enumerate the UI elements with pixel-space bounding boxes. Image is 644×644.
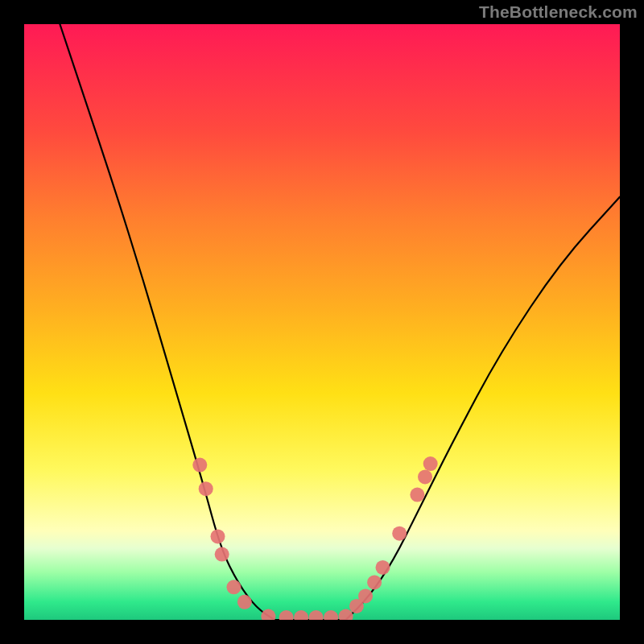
marker-point — [192, 458, 207, 473]
marker-point — [211, 529, 225, 543]
marker-point — [375, 560, 390, 575]
chart-frame: TheBottleneck.com — [0, 0, 644, 644]
marker-point — [237, 595, 252, 609]
marker-group — [192, 456, 437, 620]
marker-point — [423, 456, 438, 471]
chart-svg — [24, 24, 620, 620]
marker-point — [261, 609, 275, 620]
marker-point — [418, 469, 432, 484]
marker-point — [358, 588, 373, 603]
watermark-label: TheBottleneck.com — [479, 2, 638, 22]
marker-point — [226, 580, 241, 594]
marker-point — [215, 547, 229, 562]
bottleneck-curve — [60, 24, 620, 620]
marker-point — [294, 610, 308, 620]
marker-point — [392, 526, 407, 541]
marker-point — [279, 610, 294, 620]
marker-point — [199, 481, 213, 496]
marker-point — [324, 610, 338, 620]
marker-point — [410, 488, 424, 502]
marker-point — [309, 610, 324, 620]
chart-plot-area — [24, 24, 620, 620]
marker-point — [367, 575, 382, 589]
